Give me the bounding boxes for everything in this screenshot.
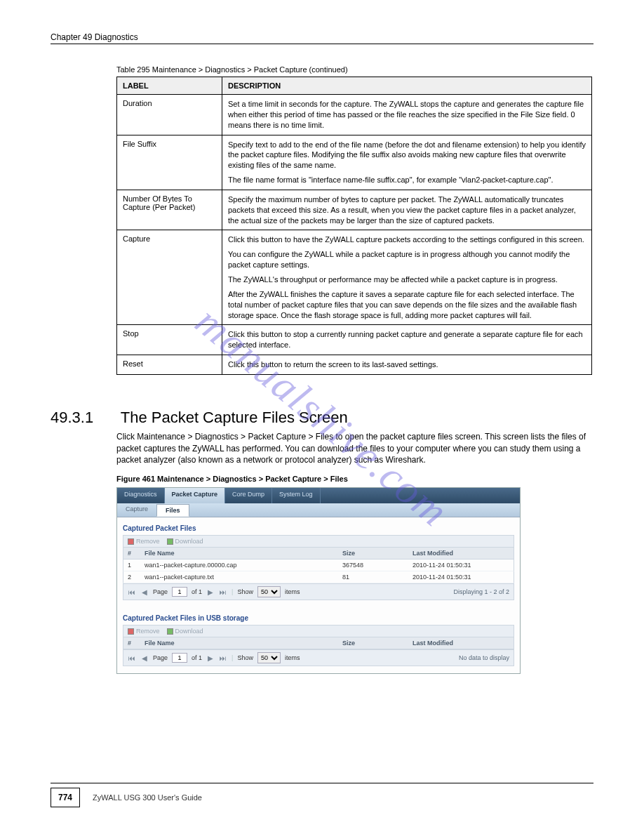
pager-status: No data to display (459, 654, 509, 661)
spec-desc: Set a time limit in seconds for the capt… (222, 95, 592, 135)
next-page-icon[interactable]: ▶ (206, 588, 215, 596)
download-button[interactable]: Download (167, 538, 203, 545)
items-label: items (285, 654, 300, 661)
col-index[interactable]: # (123, 548, 140, 559)
pager-status: Displaying 1 - 2 of 2 (453, 588, 509, 595)
remove-button[interactable]: Remove (128, 628, 160, 635)
col-lastmodified[interactable]: Last Modified (408, 637, 514, 649)
table-row: Number Of Bytes To Capture (Per Packet) … (117, 190, 592, 230)
show-label: Show (237, 654, 253, 661)
page-label: Page (153, 654, 168, 661)
download-icon (167, 538, 173, 545)
grid-header: # File Name Size Last Modified (123, 547, 514, 560)
remove-icon (128, 538, 134, 545)
cell-index: 2 (123, 571, 140, 583)
grid-toolbar: Remove Download (123, 625, 514, 637)
page-input[interactable] (172, 587, 187, 597)
show-select[interactable]: 50 (257, 652, 281, 663)
spec-para: You can configure the ZyWALL while a pac… (228, 249, 586, 270)
col-size[interactable]: Size (338, 637, 408, 649)
last-page-icon[interactable]: ⏭ (219, 654, 227, 662)
tab-core-dump[interactable]: Core Dump (225, 488, 272, 503)
page-label: Page (153, 588, 168, 595)
last-page-icon[interactable]: ⏭ (219, 588, 227, 596)
cell-lastmodified: 2010-11-24 01:50:31 (408, 560, 514, 571)
spec-label: Reset (117, 355, 222, 375)
spec-desc: Click this button to have the ZyWALL cap… (222, 230, 592, 325)
download-label: Download (175, 628, 203, 635)
table-row: File Suffix Specify text to add to the e… (117, 135, 592, 190)
pager: ⏮ ◀ Page of 1 ▶ ⏭ | Show 50 items No dat… (123, 649, 514, 666)
section-paragraph: Click Maintenance > Diagnostics > Packet… (116, 431, 593, 466)
spec-para: Click this button to have the ZyWALL cap… (228, 234, 586, 245)
first-page-icon[interactable]: ⏮ (128, 588, 136, 596)
grid-toolbar: Remove Download (123, 535, 514, 547)
pager: ⏮ ◀ Page of 1 ▶ ⏭ | Show 50 items Displa… (123, 583, 514, 600)
cell-filename: wan1--packet-capture.00000.cap (140, 560, 338, 571)
subtab-capture[interactable]: Capture (117, 503, 156, 517)
page-of: of 1 (192, 588, 202, 595)
table-row: Capture Click this button to have the Zy… (117, 230, 592, 325)
cell-filename: wan1--packet-capture.txt (140, 571, 338, 583)
remove-button[interactable]: Remove (128, 538, 160, 545)
tab-system-log[interactable]: System Log (272, 488, 321, 503)
panel-title: Captured Packet Files (123, 524, 514, 532)
next-page-icon[interactable]: ▶ (206, 654, 215, 662)
cell-lastmodified: 2010-11-24 01:50:31 (408, 571, 514, 583)
spec-table: LABEL DESCRIPTION Duration Set a time li… (116, 77, 592, 375)
tab-packet-capture[interactable]: Packet Capture (165, 488, 226, 503)
section-number: 49.3.1 (51, 409, 116, 427)
main-tabbar: Diagnostics Packet Capture Core Dump Sys… (117, 488, 520, 503)
page-of: of 1 (192, 654, 202, 661)
spec-th-desc: DESCRIPTION (222, 77, 592, 95)
first-page-icon[interactable]: ⏮ (128, 654, 136, 662)
footer-title: ZyWALL USG 300 User's Guide (93, 793, 202, 802)
spec-label: File Suffix (117, 135, 222, 190)
spec-desc: Specify the maximum number of bytes to c… (222, 190, 592, 230)
spec-para: Specify the maximum number of bytes to c… (228, 194, 586, 226)
spec-desc: Specify text to add to the end of the fi… (222, 135, 592, 190)
remove-label: Remove (136, 538, 160, 545)
page-input[interactable] (172, 653, 187, 663)
col-index[interactable]: # (123, 637, 140, 649)
table-caption: Table 295 Maintenance > Diagnostics > Pa… (116, 65, 593, 74)
prev-page-icon[interactable]: ◀ (140, 588, 149, 596)
spec-para: Set a time limit in seconds for the capt… (228, 99, 586, 131)
panel-usb-files: Captured Packet Files in USB storage Rem… (117, 607, 520, 673)
spec-para: After the ZyWALL finishes the capture it… (228, 289, 586, 321)
col-lastmodified[interactable]: Last Modified (408, 548, 514, 559)
prev-page-icon[interactable]: ◀ (140, 654, 149, 662)
spec-para: Click this button to stop a currently ru… (228, 329, 586, 350)
cell-size: 81 (338, 571, 408, 583)
show-select[interactable]: 50 (257, 586, 281, 597)
screenshot: Diagnostics Packet Capture Core Dump Sys… (116, 487, 521, 674)
figure-caption: Figure 461 Maintenance > Diagnostics > P… (116, 475, 593, 483)
subtab-files[interactable]: Files (156, 504, 189, 517)
spec-para: The file name format is "interface name-… (228, 175, 586, 185)
remove-icon (128, 628, 134, 635)
table-row[interactable]: 2 wan1--packet-capture.txt 81 2010-11-24… (123, 571, 514, 583)
spec-label: Duration (117, 95, 222, 135)
col-filename[interactable]: File Name (140, 637, 338, 649)
section-heading: 49.3.1 The Packet Capture Files Screen (51, 409, 593, 427)
panel-title: Captured Packet Files in USB storage (123, 614, 514, 622)
download-button[interactable]: Download (167, 628, 203, 635)
sub-tabbar: Capture Files (117, 503, 520, 517)
spec-label: Capture (117, 230, 222, 325)
chapter-title: Chapter 49 Diagnostics (51, 32, 138, 42)
section-title: The Packet Capture Files Screen (121, 409, 348, 426)
page-number: 774 (51, 788, 80, 807)
cell-index: 1 (123, 560, 140, 571)
spec-desc: Click this button to return the screen t… (222, 355, 592, 375)
table-row: Reset Click this button to return the sc… (117, 355, 592, 375)
download-label: Download (175, 538, 203, 545)
table-row: Stop Click this button to stop a current… (117, 325, 592, 355)
show-label: Show (237, 588, 253, 595)
tab-diagnostics[interactable]: Diagnostics (117, 488, 165, 503)
spec-para: The ZyWALL's throughput or performance m… (228, 274, 586, 285)
spec-th-label: LABEL (117, 77, 222, 95)
table-row[interactable]: 1 wan1--packet-capture.00000.cap 367548 … (123, 560, 514, 571)
col-size[interactable]: Size (338, 548, 408, 559)
col-filename[interactable]: File Name (140, 548, 338, 559)
download-icon (167, 628, 173, 635)
